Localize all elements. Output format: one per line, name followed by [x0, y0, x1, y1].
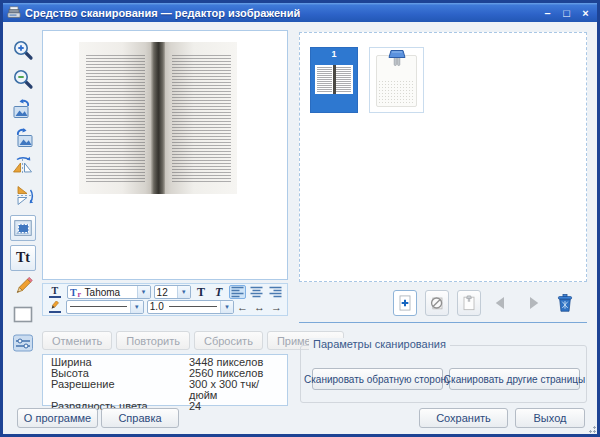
- bold-button[interactable]: T: [194, 285, 209, 299]
- align-center-button[interactable]: [248, 285, 265, 299]
- line-color-pencil-icon: [49, 301, 61, 310]
- info-row-resolution: Разрешение 300 x 300 тчк/дюйм: [51, 379, 279, 401]
- binder-clip-icon: [385, 49, 409, 73]
- redo-button[interactable]: Повторить: [116, 331, 190, 350]
- about-button[interactable]: О программе: [17, 408, 98, 428]
- align-left-button[interactable]: [229, 285, 246, 299]
- adjustments-icon: [11, 331, 35, 355]
- page-number-label: 1: [311, 48, 357, 61]
- font-family-value: Tahoma: [83, 287, 123, 298]
- text-tool-icon: Tt: [16, 251, 30, 265]
- line-style-dropdown-arrow-icon[interactable]: [130, 301, 143, 313]
- pencil-tool-button[interactable]: [10, 273, 36, 299]
- scanner-app-icon: [7, 6, 21, 19]
- font-family-select[interactable]: T r Tahoma: [67, 285, 151, 299]
- svg-text:r: r: [77, 290, 81, 298]
- pages-toolbar: [299, 284, 587, 322]
- close-button[interactable]: ×: [578, 6, 593, 20]
- rotate-left-button[interactable]: [10, 96, 36, 122]
- info-value: 300 x 300 тчк/дюйм: [189, 379, 279, 401]
- line-format-row: 1.0 ← ↔ →: [46, 300, 284, 314]
- thumbnails-panel: 1: [299, 32, 587, 282]
- text-format-row: T T r Tahoma 12 T T: [46, 285, 284, 299]
- zoom-in-button[interactable]: [10, 38, 36, 64]
- undo-button[interactable]: Отменить: [42, 331, 112, 350]
- book-spine: [151, 42, 165, 194]
- placeholder-paper-texture: [378, 80, 415, 105]
- text-tool-button[interactable]: Tt: [10, 245, 36, 271]
- font-size-dropdown-arrow-icon[interactable]: [177, 286, 190, 298]
- text-color-button[interactable]: T: [46, 285, 64, 299]
- rotate-right-button[interactable]: [10, 125, 36, 151]
- previous-page-icon: [492, 294, 510, 312]
- left-page-text-texture: [86, 55, 145, 184]
- maximize-button[interactable]: □: [559, 6, 574, 20]
- image-preview-area[interactable]: [42, 30, 288, 280]
- pencil-icon: [11, 274, 35, 298]
- window-title: Средство сканирования — редактор изображ…: [25, 7, 300, 19]
- font-family-dropdown-arrow-icon[interactable]: [137, 286, 150, 298]
- zoom-out-button[interactable]: [10, 67, 36, 93]
- right-page-text-texture: [172, 55, 231, 184]
- add-page-button[interactable]: [393, 290, 417, 316]
- pages-panel-divider: [299, 322, 587, 323]
- font-size-value: 12: [155, 287, 170, 298]
- adjustments-button[interactable]: [10, 330, 36, 356]
- clip-page-button[interactable]: [457, 290, 481, 316]
- line-width-dropdown-arrow-icon[interactable]: [220, 301, 233, 313]
- flip-horizontal-button[interactable]: [10, 154, 36, 180]
- scan-parameters-group: Параметры сканирования Сканировать обрат…: [300, 345, 587, 403]
- app-window: Средство сканирования — редактор изображ…: [0, 0, 600, 437]
- page-thumbnail-selected[interactable]: 1: [310, 47, 358, 113]
- help-button[interactable]: Справка: [101, 408, 179, 428]
- add-page-icon: [395, 293, 415, 313]
- scan-more-pages-button[interactable]: Сканировать другие страницы: [449, 368, 580, 390]
- rectangle-icon: [11, 303, 35, 327]
- edit-actions-row: Отменить Повторить Сбросить Применить: [42, 331, 288, 350]
- scan-back-side-button[interactable]: Сканировать обратную сторону: [312, 368, 443, 390]
- crop-button[interactable]: [10, 215, 36, 241]
- next-page-icon: [524, 294, 542, 312]
- align-left-icon: [231, 286, 244, 298]
- alignment-group: [229, 285, 284, 299]
- thumbnail-book-image: [315, 65, 353, 94]
- discard-page-icon: [427, 293, 447, 313]
- discard-page-button[interactable]: [425, 290, 449, 316]
- italic-button[interactable]: T: [211, 285, 226, 299]
- arrow-endings-group: ← ↔ →: [237, 301, 284, 313]
- font-size-select[interactable]: 12: [154, 285, 191, 299]
- align-right-button[interactable]: [267, 285, 284, 299]
- arrow-end-button[interactable]: →: [271, 301, 282, 313]
- scanned-left-page: [79, 42, 151, 194]
- clip-page-icon: [459, 293, 479, 313]
- flip-horizontal-icon: [11, 155, 35, 179]
- exit-button[interactable]: Выход: [515, 408, 585, 428]
- crop-icon: [12, 217, 34, 239]
- reset-button[interactable]: Сбросить: [194, 331, 263, 350]
- rectangle-tool-button[interactable]: [10, 302, 36, 328]
- minimize-button[interactable]: –: [540, 6, 555, 20]
- window-controls: – □ ×: [540, 6, 593, 20]
- scan-parameters-title: Параметры сканирования: [309, 338, 450, 350]
- save-button[interactable]: Сохранить: [419, 408, 508, 428]
- delete-page-button[interactable]: [553, 290, 577, 316]
- flip-vertical-icon: [11, 184, 35, 208]
- resize-grip[interactable]: [587, 424, 596, 433]
- arrow-start-button[interactable]: ←: [237, 301, 248, 313]
- arrow-both-button[interactable]: ↔: [254, 301, 265, 313]
- titlebar: Средство сканирования — редактор изображ…: [3, 3, 597, 22]
- previous-page-button[interactable]: [489, 290, 513, 316]
- rotate-right-icon: [11, 126, 35, 150]
- next-page-button[interactable]: [521, 290, 545, 316]
- text-color-icon: T: [51, 287, 58, 295]
- line-color-button[interactable]: [46, 300, 63, 314]
- info-value: 24: [189, 401, 279, 412]
- new-page-placeholder[interactable]: [369, 47, 424, 113]
- rotate-left-icon: [11, 97, 35, 121]
- line-style-select[interactable]: [66, 300, 144, 314]
- align-right-icon: [269, 286, 282, 298]
- line-width-select[interactable]: 1.0: [147, 300, 234, 314]
- flip-vertical-button[interactable]: [10, 183, 36, 209]
- thumbnail-right-page-texture: [336, 67, 351, 92]
- align-center-icon: [250, 286, 263, 298]
